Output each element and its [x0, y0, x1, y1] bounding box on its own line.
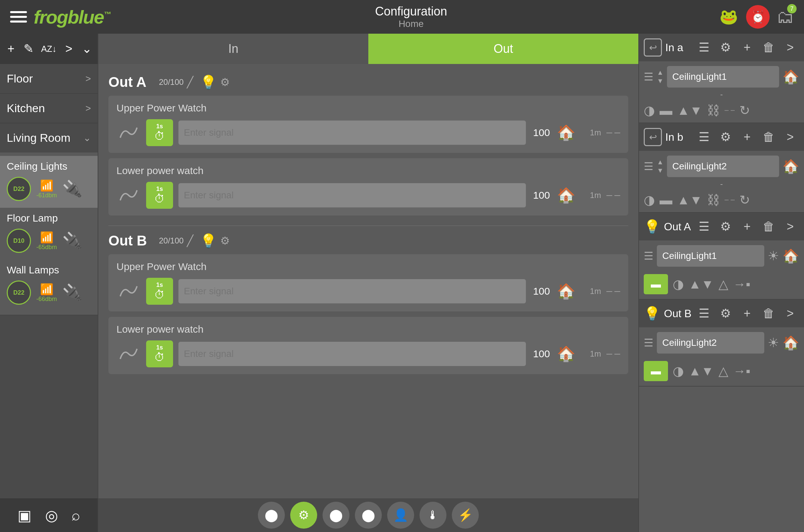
in-a-type-icon[interactable]: ↩	[644, 38, 662, 57]
drag-handle-in-b[interactable]: ☰	[644, 160, 653, 173]
sidebar-item-floor-lamp[interactable]: Floor Lamp D10 📶 -65dbm 🔌	[0, 208, 98, 260]
refresh-icon-in-a[interactable]: ↻	[739, 103, 750, 118]
out-a-expand-icon[interactable]: >	[781, 217, 799, 236]
signal-input-a-lower[interactable]	[178, 183, 526, 207]
out-a-item-home[interactable]: 🏠	[782, 248, 799, 264]
sidebar-bottom-square[interactable]: ▣	[18, 507, 32, 524]
sidebar-item-wall-lamps[interactable]: Wall Lamps D22 📶 -66dbm 🔌	[0, 260, 98, 311]
clock-icon[interactable]: ⏰	[746, 5, 770, 28]
arrow-box-out-a[interactable]: →▪	[733, 277, 750, 291]
floor-chevron: >	[85, 73, 91, 84]
moon-icon-in-a[interactable]: ◑	[644, 103, 655, 118]
slider-icon-b: ╱	[187, 234, 193, 247]
in-a-gear-icon[interactable]: ⚙	[716, 38, 735, 57]
tri-up-out-b[interactable]: ▲▼	[689, 364, 714, 378]
collapse-button[interactable]: ⌄	[81, 40, 92, 58]
triangle-up-in-a[interactable]: ▲▼	[677, 103, 702, 118]
sidebar-item-ceiling-lights[interactable]: Ceiling Lights D22 📶 -61dbm 🔌	[0, 156, 98, 208]
sun-icon-out-a[interactable]: ☀	[768, 248, 779, 263]
in-a-list-icon[interactable]: ☰	[695, 38, 713, 57]
in-b-expand-icon[interactable]: >	[781, 128, 799, 146]
green-box-out-b[interactable]: ▬	[644, 361, 668, 381]
sidebar-bottom-circle[interactable]: ◎	[45, 507, 58, 524]
in-b-delete-icon[interactable]: 🗑	[760, 128, 778, 146]
green-box-out-a[interactable]: ▬	[644, 274, 668, 294]
bottom-tool-person[interactable]: 👤	[387, 502, 414, 529]
signal-input-b-upper[interactable]	[178, 279, 526, 303]
bottom-tool-2[interactable]: ⚙	[290, 502, 317, 529]
timer-badge-a-upper[interactable]: 1s ⏱	[146, 119, 173, 146]
in-a-expand-icon[interactable]: >	[781, 38, 799, 57]
bottom-tool-4[interactable]: ⬤	[355, 502, 382, 529]
in-a-delete-icon[interactable]: 🗑	[760, 38, 778, 57]
tri-down-out-a[interactable]: △	[719, 277, 728, 291]
bottom-tool-3[interactable]: ⬤	[323, 502, 349, 529]
out-b-expand-icon[interactable]: >	[781, 304, 799, 323]
hamburger-menu[interactable]	[10, 11, 27, 22]
chain-icon-in-b[interactable]: ⛓	[707, 193, 720, 207]
out-a-list-icon[interactable]: ☰	[695, 217, 713, 236]
gear-icon-a[interactable]: ⚙	[220, 76, 230, 89]
in-b-gear-icon[interactable]: ⚙	[716, 128, 735, 146]
tab-out[interactable]: Out	[368, 34, 638, 64]
device-badge-d22-wall[interactable]: D22	[7, 281, 31, 305]
in-b-item-home[interactable]: 🏠	[782, 158, 799, 174]
out-b-item-home[interactable]: 🏠	[782, 335, 799, 351]
timer-badge-a-lower[interactable]: 1s ⏱	[146, 182, 173, 209]
rect-icon-in-a[interactable]: ▬	[659, 103, 672, 118]
signal-input-b-lower[interactable]	[178, 342, 526, 366]
device-badge-d22-ceiling[interactable]: D22	[7, 177, 31, 201]
tab-in[interactable]: In	[98, 34, 368, 64]
in-a-add-icon[interactable]: +	[738, 38, 756, 57]
drag-handle-out-a[interactable]: ☰	[644, 249, 653, 262]
out-b-label: Out B	[109, 233, 152, 249]
house-icon-a-upper[interactable]: 🏠	[557, 124, 575, 141]
sidebar-group-header-living-room[interactable]: Living Room ⌄	[0, 123, 98, 153]
rect-icon-in-b[interactable]: ▬	[659, 193, 672, 207]
house-icon-a-lower[interactable]: 🏠	[557, 187, 575, 204]
moon-icon-in-b[interactable]: ◑	[644, 193, 655, 207]
timer-badge-b-lower[interactable]: 1s ⏱	[146, 340, 173, 367]
house-icon-b-lower[interactable]: 🏠	[557, 345, 575, 363]
signal-input-a-upper[interactable]	[178, 120, 526, 145]
chain-icon-in-a[interactable]: ⛓	[707, 103, 720, 118]
in-b-type-icon[interactable]: ↩	[644, 128, 662, 146]
tri-up-out-a[interactable]: ▲▼	[689, 277, 714, 291]
gear-icon-b[interactable]: ⚙	[220, 234, 230, 247]
drag-handle-in-a[interactable]: ☰	[644, 70, 653, 83]
expand-button[interactable]: >	[63, 40, 74, 58]
add-button[interactable]: +	[5, 40, 17, 58]
stack-icon[interactable]: 🗂 7	[777, 7, 794, 27]
out-b-add-icon[interactable]: +	[738, 304, 756, 323]
sidebar-group-header-floor[interactable]: Floor >	[0, 64, 98, 93]
moon-icon-out-a[interactable]: ◑	[673, 277, 684, 291]
bottom-tool-temp[interactable]: 🌡	[420, 502, 446, 529]
signal-strength-wall-lamps: 📶 -66dbm	[36, 283, 57, 303]
arrow-box-out-b[interactable]: →▪	[733, 364, 750, 378]
out-b-delete-icon[interactable]: 🗑	[760, 304, 778, 323]
bottom-tool-plug[interactable]: ⚡	[452, 502, 479, 529]
in-b-add-icon[interactable]: +	[738, 128, 756, 146]
sun-icon-out-b[interactable]: ☀	[768, 335, 779, 350]
drag-handle-out-b[interactable]: ☰	[644, 336, 653, 349]
notification-icon[interactable]: 🐸	[718, 6, 739, 27]
sidebar-bottom-search[interactable]: ⌕	[71, 507, 80, 524]
out-b-gear-icon[interactable]: ⚙	[716, 304, 735, 323]
in-a-item-home[interactable]: 🏠	[782, 69, 799, 85]
moon-icon-out-b[interactable]: ◑	[673, 364, 684, 378]
tri-down-out-b[interactable]: △	[719, 364, 728, 378]
triangle-up-in-b[interactable]: ▲▼	[677, 193, 702, 207]
house-icon-b-upper[interactable]: 🏠	[557, 283, 575, 300]
sidebar-group-header-kitchen[interactable]: Kitchen >	[0, 94, 98, 123]
out-a-add-icon[interactable]: +	[738, 217, 756, 236]
sort-button[interactable]: AZ↓	[41, 40, 57, 58]
timer-badge-b-upper[interactable]: 1s ⏱	[146, 278, 173, 305]
in-b-list-icon[interactable]: ☰	[695, 128, 713, 146]
out-a-gear-icon[interactable]: ⚙	[716, 217, 735, 236]
device-badge-d10[interactable]: D10	[7, 229, 31, 253]
bottom-tool-1[interactable]: ⬤	[258, 502, 285, 529]
edit-button[interactable]: ✎	[23, 40, 34, 58]
out-a-delete-icon[interactable]: 🗑	[760, 217, 778, 236]
refresh-icon-in-b[interactable]: ↻	[739, 193, 750, 207]
out-b-list-icon[interactable]: ☰	[695, 304, 713, 323]
